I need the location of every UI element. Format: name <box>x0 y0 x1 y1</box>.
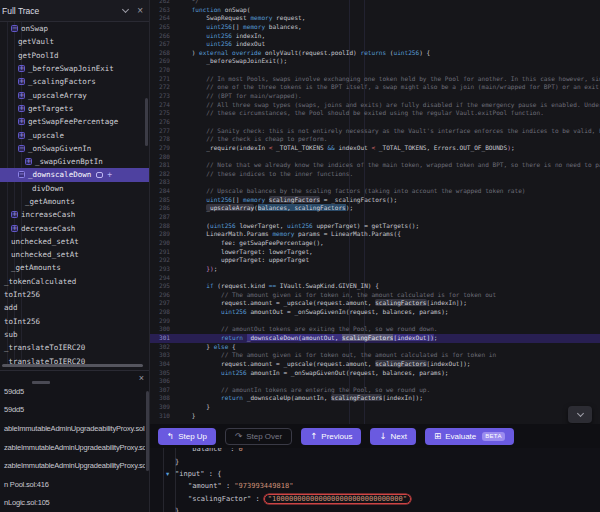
stack-frame[interactable]: nLogic.sol:105 <box>0 494 145 512</box>
line-number[interactable]: 267 <box>150 40 177 49</box>
line-number[interactable]: 265 <box>150 23 177 32</box>
line-number[interactable]: 275 <box>150 109 177 118</box>
stack-frame[interactable]: 59dd5 <box>0 401 145 420</box>
trace-item-decreaseCash[interactable]: +decreaseCash <box>0 221 149 234</box>
expander-triangle-icon[interactable]: ▾ <box>166 470 175 478</box>
expand-plus-icon[interactable]: + <box>18 92 25 99</box>
trace-item-increaseCash[interactable]: +increaseCash <box>0 208 149 221</box>
trace-item-_beforeSwapJoinExit[interactable]: +_beforeSwapJoinExit <box>0 62 149 75</box>
close-icon[interactable]: × <box>137 6 143 16</box>
trace-item-_getAmounts[interactable]: _getAmounts <box>0 261 149 274</box>
trace-item-_translateToIERC20[interactable]: _translateToIERC20 <box>0 354 149 364</box>
line-number[interactable]: 288 <box>150 222 177 231</box>
line-number[interactable]: 279 <box>150 144 177 153</box>
line-number[interactable]: 270 <box>150 66 177 75</box>
trace-item-getPoolId[interactable]: getPoolId <box>0 49 149 62</box>
line-number[interactable]: 304 <box>150 360 177 369</box>
line-number[interactable]: 278 <box>150 135 177 144</box>
line-number[interactable]: 273 <box>150 92 177 101</box>
line-number[interactable]: 301 <box>150 334 177 343</box>
line-number[interactable]: 306 <box>150 377 177 386</box>
line-number[interactable]: 308 <box>150 394 177 403</box>
trace-item-_onSwapGivenIn[interactable]: −_onSwapGivenIn <box>0 142 149 155</box>
toolbar-button-step-over[interactable]: ↷Step Over <box>225 428 292 445</box>
chevron-down-icon[interactable] <box>122 6 129 13</box>
expand-plus-icon[interactable]: + <box>18 132 25 139</box>
collapse-minus-icon[interactable]: − <box>18 145 25 152</box>
line-number[interactable]: 282 <box>150 170 177 179</box>
trace-item-add[interactable]: add <box>0 301 149 314</box>
trace-item-unchecked_setAt[interactable]: unchecked_setAt <box>0 235 149 248</box>
trace-item-_scalingFactors[interactable]: +_scalingFactors <box>0 75 149 88</box>
line-number[interactable]: 293 <box>150 265 177 274</box>
line-number[interactable]: 307 <box>150 386 177 395</box>
expand-plus-icon[interactable]: + <box>18 65 25 72</box>
line-number[interactable]: 271 <box>150 75 177 84</box>
trace-tree-scrollbar[interactable] <box>145 98 148 146</box>
line-number[interactable]: 276 <box>150 118 177 127</box>
trace-item-_upscaleArray[interactable]: +_upscaleArray <box>0 88 149 101</box>
stack-panel-scrollbar[interactable] <box>146 391 149 471</box>
collapse-minus-icon[interactable]: − <box>11 25 18 32</box>
line-number[interactable]: 286 <box>150 204 177 213</box>
trace-item-_downscaleDown[interactable]: −_downscaleDown+ <box>0 168 149 181</box>
trace-item-_swapGivenBptIn[interactable]: +_swapGivenBptIn <box>0 155 149 168</box>
trace-item-_tokenCalculated[interactable]: _tokenCalculated <box>0 275 149 288</box>
line-number[interactable]: 290 <box>150 239 177 248</box>
expand-plus-icon[interactable]: + <box>11 225 18 232</box>
expand-plus-icon[interactable]: + <box>18 105 25 112</box>
line-number[interactable]: 303 <box>150 351 177 360</box>
collapse-minus-icon[interactable]: − <box>18 171 25 178</box>
stack-frame[interactable]: zableImmutableAdminUpgradeabilityProxy.s… <box>0 438 145 457</box>
line-number[interactable]: 264 <box>150 14 177 23</box>
scroll-to-bottom-button[interactable] <box>568 406 592 423</box>
expand-plus-icon[interactable]: + <box>25 158 32 165</box>
line-number[interactable]: 299 <box>150 317 177 326</box>
expand-plus-icon[interactable]: + <box>11 211 18 218</box>
trace-item-toInt256[interactable]: toInt256 <box>0 315 149 328</box>
line-number[interactable]: 302 <box>150 343 177 352</box>
line-number[interactable]: 277 <box>150 127 177 136</box>
line-number[interactable]: 294 <box>150 274 177 283</box>
line-number[interactable]: 296 <box>150 291 177 300</box>
trace-item-getVault[interactable]: getVault <box>0 35 149 48</box>
line-number[interactable]: 305 <box>150 369 177 378</box>
toolbar-button-step-up[interactable]: ↰Step Up <box>158 428 216 445</box>
trace-tree-hscrollbar[interactable] <box>2 364 143 367</box>
add-annotation-icon[interactable]: + <box>107 172 112 178</box>
expand-plus-icon[interactable]: + <box>18 118 25 125</box>
line-number[interactable]: 285 <box>150 196 177 205</box>
line-number[interactable]: 283 <box>150 178 177 187</box>
trace-item-divDown[interactable]: divDown <box>0 182 149 195</box>
trace-item-toInt256[interactable]: toInt256 <box>0 288 149 301</box>
line-number[interactable]: 287 <box>150 213 177 222</box>
trace-item-getTargets[interactable]: +getTargets <box>0 102 149 115</box>
line-number[interactable]: 281 <box>150 161 177 170</box>
line-number[interactable]: 295 <box>150 282 177 291</box>
trace-item-_getAmounts[interactable]: _getAmounts <box>0 195 149 208</box>
line-number[interactable]: 297 <box>150 299 177 308</box>
line-number[interactable]: 289 <box>150 230 177 239</box>
line-number[interactable]: 272 <box>150 83 177 92</box>
line-number[interactable]: 274 <box>150 101 177 110</box>
stack-frame[interactable]: n Pool.sol:416 <box>0 475 145 494</box>
comment-bubble-icon[interactable] <box>96 172 103 178</box>
line-number[interactable]: 298 <box>150 308 177 317</box>
line-number[interactable]: 269 <box>150 57 177 66</box>
toolbar-button-next[interactable]: ↓Next <box>370 428 416 445</box>
line-number[interactable]: 280 <box>150 153 177 162</box>
line-number[interactable]: 300 <box>150 325 177 334</box>
stack-frame[interactable]: ableImmutableAdminUpgradeabilityProxy.so… <box>0 419 145 438</box>
line-number[interactable]: 268 <box>150 49 177 58</box>
line-number[interactable]: 263 <box>150 6 177 15</box>
line-number[interactable]: 292 <box>150 256 177 265</box>
stack-frame[interactable]: 59dd5 <box>0 382 145 401</box>
line-number[interactable]: 266 <box>150 32 177 41</box>
expand-plus-icon[interactable]: + <box>18 78 25 85</box>
stack-frame[interactable]: zableImmutableAdminUpgradeabilityProxy.s… <box>0 456 145 475</box>
line-number[interactable]: 284 <box>150 187 177 196</box>
trace-item-_translateToIERC20[interactable]: _translateToIERC20 <box>0 341 149 354</box>
trace-item-getSwapFeePercentage[interactable]: +getSwapFeePercentage <box>0 115 149 128</box>
trace-item-unchecked_setAt[interactable]: unchecked_setAt <box>0 248 149 261</box>
trace-item-_upscale[interactable]: +_upscale <box>0 128 149 141</box>
